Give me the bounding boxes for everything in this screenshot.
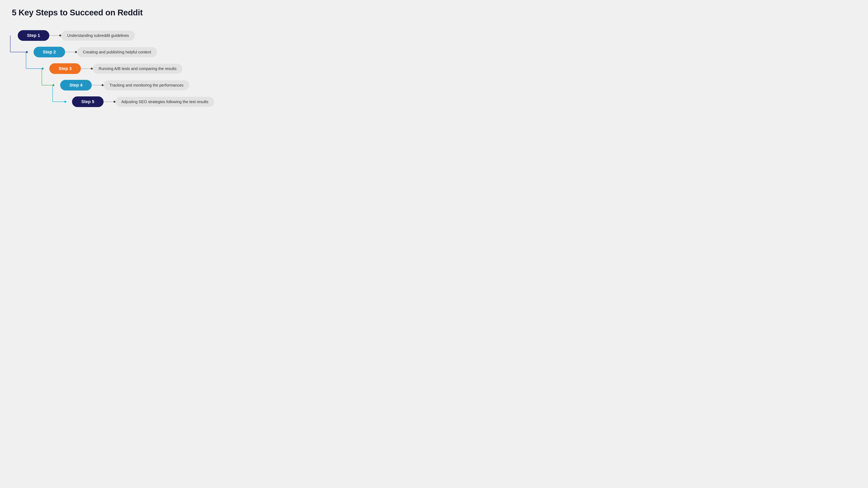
step-row-1: Step 1Understanding subreddit guidelines <box>18 27 205 44</box>
step-pill-4: Step 4 <box>60 80 92 91</box>
step-row-3: Step 3Running A/B tests and comparing th… <box>49 60 205 77</box>
steps-wrapper: Step 1Understanding subreddit guidelines… <box>12 27 205 110</box>
h-line-5 <box>103 102 114 102</box>
step-row-5: Step 5Adjusting SEO strategies following… <box>72 94 205 110</box>
step-label-4: Tracking and monitoring the performances <box>103 80 189 90</box>
step-right-1: Understanding subreddit guidelines <box>49 31 135 41</box>
step-row-4: Step 4Tracking and monitoring the perfor… <box>60 77 205 94</box>
step-right-5: Adjusting SEO strategies following the t… <box>103 97 214 107</box>
step-label-5: Adjusting SEO strategies following the t… <box>115 97 214 107</box>
step-label-3: Running A/B tests and comparing the resu… <box>93 64 183 74</box>
h-line-3 <box>81 68 91 69</box>
bullet-dot-1 <box>59 34 61 36</box>
page-title: 5 Key Steps to Succeed on Reddit <box>12 8 205 18</box>
step-right-2: Creating and publishing helpful content <box>65 47 157 57</box>
step-pill-2: Step 2 <box>34 47 65 57</box>
steps-container: Step 1Understanding subreddit guidelines… <box>18 27 205 110</box>
bullet-dot-4 <box>102 84 103 86</box>
step-right-4: Tracking and monitoring the performances <box>92 80 189 90</box>
bullet-dot-2 <box>75 51 77 53</box>
bullet-dot-5 <box>114 101 115 103</box>
step-row-2: Step 2Creating and publishing helpful co… <box>34 44 205 60</box>
h-line-2 <box>65 52 75 52</box>
h-line-4 <box>92 85 102 86</box>
step-label-2: Creating and publishing helpful content <box>77 47 157 57</box>
step-label-1: Understanding subreddit guidelines <box>61 31 135 41</box>
step-right-3: Running A/B tests and comparing the resu… <box>81 64 183 74</box>
step-pill-1: Step 1 <box>18 30 49 41</box>
h-line-1 <box>49 35 59 36</box>
bullet-dot-3 <box>91 68 93 70</box>
step-pill-5: Step 5 <box>72 96 103 107</box>
step-pill-3: Step 3 <box>49 63 81 74</box>
